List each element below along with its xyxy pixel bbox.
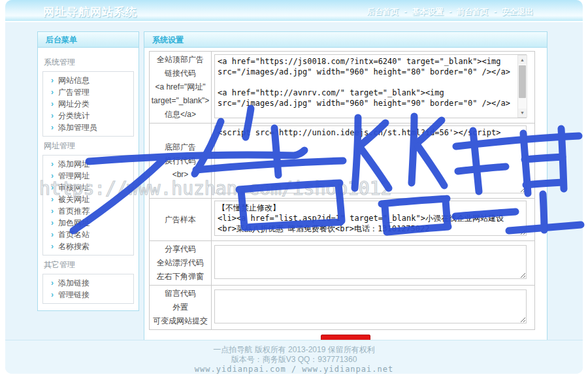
sidebar-item-label: 广告管理 <box>58 88 90 97</box>
settings-panel: 系统设置 全站顶部广告 链接代码 <a href="网址" target="_b… <box>144 31 547 359</box>
sidebar-item-label: 网址分类 <box>58 99 90 108</box>
sidebar-item[interactable]: ›名称搜索 <box>51 240 133 252</box>
site-title: 网址导航网站系统 <box>43 5 137 20</box>
sidebar-section-label: 网址管理 <box>44 140 133 152</box>
chevron-right-icon: › <box>51 76 54 85</box>
sidebar-section-box: ›添加网址›管理网址›审核网址›被关网址›首页推荐›加色网址›首页名站›名称搜索 <box>42 155 134 255</box>
sidebar-item[interactable]: ›网站信息 <box>51 74 133 86</box>
field-label: 留言代码 外置 可变成网站提交 <box>150 286 212 330</box>
sidebar-item[interactable]: ›添加管理员 <box>51 122 133 133</box>
sidebar-section-label: 系统管理 <box>44 57 133 68</box>
nav-item-2[interactable]: 前台首页 <box>457 7 488 16</box>
sidebar-item-label: 首页推荐 <box>58 206 90 216</box>
field-textarea[interactable] <box>214 125 527 193</box>
sidebar-item-label: 审核网址 <box>58 183 90 192</box>
chevron-right-icon: › <box>51 123 54 132</box>
sidebar-item[interactable]: ›分类统计 <box>51 110 133 122</box>
form-row: 广告样本 <box>150 199 535 241</box>
form-row: 底部广告 换行代码 <br> <box>150 124 535 199</box>
chevron-right-icon: › <box>51 171 54 180</box>
field-label: 底部广告 换行代码 <br> <box>150 124 212 199</box>
field-cell <box>212 286 535 330</box>
chevron-right-icon: › <box>51 88 54 97</box>
sidebar-item-label: 管理链接 <box>58 290 90 299</box>
field-textarea[interactable] <box>214 289 527 323</box>
sidebar-item-label: 添加链接 <box>58 278 90 288</box>
scroll-up-icon[interactable]: ▲ <box>518 56 527 64</box>
field-textarea[interactable] <box>214 54 527 118</box>
sidebar-section-box: ›网站信息›广告管理›网址分类›分类统计›添加管理员 <box>42 71 134 137</box>
chevron-right-icon: › <box>51 111 54 120</box>
sidebar-item[interactable]: ›广告管理 <box>51 86 133 98</box>
sidebar-item[interactable]: ›管理网址 <box>51 170 133 182</box>
scrollbar-thumb[interactable] <box>519 65 526 98</box>
field-cell <box>212 124 535 199</box>
settings-table: 全站顶部广告 链接代码 <a href="网址" target="_blank"… <box>149 51 535 330</box>
top-nav: 后台首页 - 基本设置 - 前台首页 - 安全退出 <box>366 7 534 18</box>
chevron-right-icon: › <box>51 183 54 192</box>
sidebar-item[interactable]: ›添加网址 <box>51 158 133 170</box>
sidebar-item-label: 添加网址 <box>58 159 90 169</box>
sidebar-item-label: 网站信息 <box>58 76 90 85</box>
sidebar-item-label: 添加管理员 <box>58 123 97 132</box>
sidebar-item-label: 加色网址 <box>58 218 90 227</box>
sidebar-section-box: ›添加链接›管理链接 <box>42 274 134 304</box>
field-textarea[interactable] <box>214 245 527 279</box>
footer-version: 版本号：商务版V3 QQ：937771360 <box>5 355 583 365</box>
sidebar-section-label: 其它管理 <box>44 259 133 271</box>
sidebar-item[interactable]: ›首页名站 <box>51 229 133 240</box>
chevron-right-icon: › <box>51 195 54 204</box>
nav-separator: - <box>402 7 409 16</box>
sidebar-sections: 系统管理›网站信息›广告管理›网址分类›分类统计›添加管理员网址管理›添加网址›… <box>38 48 139 310</box>
field-label: 广告样本 <box>150 199 212 241</box>
field-cell <box>212 199 535 241</box>
nav-separator: - <box>491 7 498 16</box>
sidebar-item-label: 管理网址 <box>58 171 90 180</box>
sidebar-item[interactable]: ›审核网址 <box>51 182 133 193</box>
form-row: 全站顶部广告 链接代码 <a href="网址" target="_blank"… <box>150 52 535 124</box>
sidebar-header: 后台菜单 <box>38 32 139 48</box>
chevron-right-icon: › <box>51 278 54 288</box>
footer-copyright: 一点拍导航 版权所有 2013-2019 保留所有权利 <box>5 345 583 355</box>
chevron-right-icon: › <box>51 206 54 216</box>
nav-item-0[interactable]: 后台首页 <box>367 7 399 16</box>
sidebar-item[interactable]: ›管理链接 <box>51 289 133 301</box>
chevron-right-icon: › <box>51 159 54 169</box>
sidebar-item-label: 分类统计 <box>58 111 90 120</box>
sidebar-item[interactable]: ›被关网址 <box>51 193 133 205</box>
sidebar-item[interactable]: ›首页推荐 <box>51 205 133 217</box>
page-header: 网址导航网站系统 后台首页 - 基本设置 - 前台首页 - 安全退出 <box>5 0 583 22</box>
settings-table-body: 全站顶部广告 链接代码 <a href="网址" target="_blank"… <box>150 52 535 330</box>
chevron-right-icon: › <box>51 242 54 251</box>
footer-urls: www.yidianpai.com / www.yidianpai.net <box>5 365 583 374</box>
page-footer: 一点拍导航 版权所有 2013-2019 保留所有权利 版本号：商务版V3 QQ… <box>5 340 583 374</box>
settings-form: 全站顶部广告 链接代码 <a href="网址" target="_blank"… <box>144 48 547 359</box>
page: 网址导航网站系统 后台首页 - 基本设置 - 前台首页 - 安全退出 后台菜单 … <box>5 0 583 374</box>
field-label: 分享代码 全站漂浮代码 左右下角弹窗 <box>150 241 212 286</box>
sidebar: 后台菜单 系统管理›网站信息›广告管理›网址分类›分类统计›添加管理员网址管理›… <box>37 31 139 311</box>
field-textarea[interactable] <box>214 201 527 236</box>
field-cell <box>212 241 535 286</box>
sidebar-item-label: 名称搜索 <box>58 242 90 251</box>
sidebar-item[interactable]: ›加色网址 <box>51 217 133 229</box>
nav-separator: - <box>447 7 454 16</box>
chevron-right-icon: › <box>51 99 54 108</box>
nav-item-3[interactable]: 安全退出 <box>502 7 533 16</box>
chevron-right-icon: › <box>51 290 54 299</box>
sidebar-item[interactable]: ›网址分类 <box>51 98 133 110</box>
form-row: 分享代码 全站漂浮代码 左右下角弹窗 <box>150 241 535 286</box>
form-row: 留言代码 外置 可变成网站提交 <box>150 286 535 330</box>
field-cell: ▲▼ <box>212 52 535 124</box>
sidebar-item-label: 被关网址 <box>58 195 90 204</box>
settings-panel-title: 系统设置 <box>144 32 547 48</box>
sidebar-item-label: 首页名站 <box>58 230 90 239</box>
field-label: 全站顶部广告 链接代码 <a href="网址" target="_blank"… <box>150 52 212 124</box>
textarea-scrollbar[interactable]: ▲▼ <box>517 55 527 118</box>
sidebar-item[interactable]: ›添加链接 <box>51 277 133 289</box>
chevron-right-icon: › <box>51 230 54 239</box>
scroll-down-icon[interactable]: ▼ <box>518 108 527 117</box>
nav-item-1[interactable]: 基本设置 <box>412 7 444 16</box>
chevron-right-icon: › <box>51 218 54 227</box>
